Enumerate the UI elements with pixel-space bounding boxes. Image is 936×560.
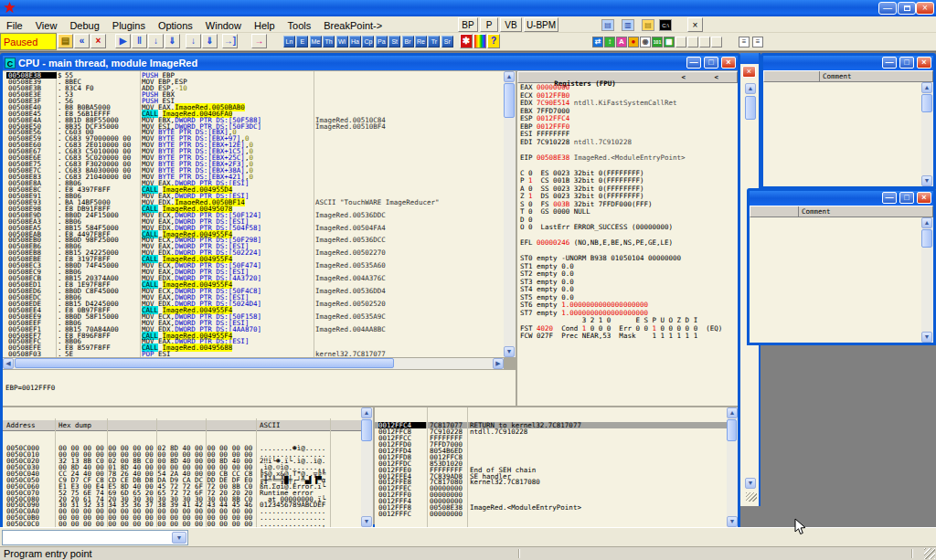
pane-button-sr[interactable]: Sr <box>441 36 453 48</box>
command-combobox[interactable]: ▼ <box>2 530 188 545</box>
pane-button-pa[interactable]: Pa <box>376 36 388 48</box>
registers-nav-left-icon[interactable]: < <box>681 74 686 80</box>
pane-button-cp[interactable]: Cp <box>362 36 374 48</box>
run-icon[interactable]: ▶ <box>115 34 131 48</box>
maximize-button[interactable]: □ <box>899 192 914 204</box>
cpu-close-button[interactable]: × <box>721 57 736 69</box>
screen-icon[interactable]: ▦ <box>664 37 675 48</box>
comment-window-top-titlebar[interactable]: — □ × <box>763 56 933 70</box>
swap-arrows-icon[interactable]: ⇄ <box>592 37 603 48</box>
plugin-button-u-bpm[interactable]: U-BPM <box>524 17 558 32</box>
registers-nav-right-icon[interactable]: < <box>714 74 718 80</box>
ascii-a-icon[interactable]: A <box>616 37 627 48</box>
record-dot-icon[interactable]: ● <box>628 37 639 48</box>
disasm-row[interactable]: 00508EFE.E8 8597F8FFCALL ImageRed.004956… <box>3 344 504 351</box>
cpu-window-titlebar[interactable]: C CPU - main thread, module ImageRed — □… <box>3 56 738 70</box>
pane-button-me[interactable]: Me <box>310 36 322 48</box>
breakpoint-list-icon[interactable]: ≡ <box>739 37 750 48</box>
plugin-button-p[interactable]: P <box>480 17 498 32</box>
pane-button-br[interactable]: Br <box>402 36 414 48</box>
disassembly-hscrollbar[interactable]: ◀ ▶ <box>3 358 504 369</box>
watch-list-icon[interactable]: ≡ <box>752 37 763 48</box>
spiral-icon[interactable]: ◉ <box>640 37 651 48</box>
disassembly-vscrollbar[interactable]: ▲ ▼ <box>504 71 516 357</box>
pane-button-ln[interactable]: Ln <box>283 36 295 48</box>
close-button[interactable]: × <box>917 57 931 69</box>
help-icon[interactable]: ? <box>487 34 500 48</box>
appearance-icon[interactable] <box>473 34 486 48</box>
stack-pane[interactable]: 0012FFC47C817077RETURN to kernel32.7C817… <box>375 407 727 527</box>
vscrollbar[interactable]: ▲ ▼ <box>921 82 933 186</box>
menu-item-view[interactable]: View <box>29 18 64 34</box>
pane-button-th[interactable]: Th <box>323 36 335 48</box>
pane-button-wi[interactable]: Wi <box>336 36 348 48</box>
pause-icon[interactable]: ‖ <box>132 34 147 48</box>
minimize-button[interactable]: — <box>882 57 897 69</box>
plugin-button-vb[interactable]: VB <box>500 17 522 32</box>
registers-pane[interactable]: Registers (FPU) < < EAX 00000000ECX 0012… <box>517 71 738 406</box>
disasm-row[interactable]: 00508E3B.83C4 F0ADD ESP,-10 <box>3 85 504 91</box>
execute-till-return-icon[interactable]: →] <box>222 34 238 48</box>
notes-icon[interactable]: ▥ <box>622 19 634 31</box>
pane-button-e[interactable]: E <box>296 36 308 48</box>
up-down-icon[interactable]: ↕ <box>604 37 615 48</box>
open-folder-icon[interactable]: ▤ <box>642 19 654 31</box>
close-child-button[interactable]: × <box>687 17 703 32</box>
comment-window-bottom-titlebar[interactable]: — □ × <box>750 191 933 206</box>
disassembly-pane[interactable]: 00508E38$55PUSH EBP00508E39.8BECMOV EBP,… <box>3 71 504 357</box>
close-button[interactable]: × <box>917 192 931 204</box>
stack-vscrollbar[interactable]: ▲ ▼ <box>727 407 738 527</box>
disasm-row[interactable]: 00508E3E.53PUSH EBX <box>3 91 504 98</box>
comment-window-top-content[interactable] <box>763 82 921 186</box>
menu-item-help[interactable]: Help <box>248 18 282 34</box>
window-resize-grip[interactable] <box>924 548 935 559</box>
menu-item-tools[interactable]: Tools <box>282 18 318 34</box>
menu-item-options[interactable]: Options <box>152 18 199 34</box>
menu-item-window[interactable]: Window <box>199 18 248 34</box>
pane-button-tr[interactable]: Tr <box>428 36 440 48</box>
combobox-dropdown-icon[interactable]: ▼ <box>172 532 186 544</box>
pane-button-re[interactable]: Re <box>415 36 427 48</box>
disasm-row[interactable]: 00508F03.5EPOP ESIkernel32.7C817077 <box>3 351 504 357</box>
maximize-button[interactable]: □ <box>899 57 914 69</box>
dump-pane[interactable]: Address Hex dump ASCII 0050C00000 00 00 … <box>3 407 361 527</box>
resize-grip[interactable] <box>746 492 757 502</box>
minimize-button[interactable]: — <box>878 2 897 15</box>
info-pane[interactable]: EBP=0012FFF0 <box>3 370 516 406</box>
options-gear-icon[interactable]: ✱ <box>460 34 473 48</box>
disabled-toolbar-button <box>675 37 686 48</box>
minimize-button[interactable]: — <box>882 192 897 204</box>
comment-window-bottom-content[interactable] <box>750 217 921 343</box>
menu-item-file[interactable]: File <box>0 18 29 34</box>
menu-item-breakpoint[interactable]: BreakPoint-> <box>317 18 388 34</box>
open-file-icon[interactable]: ▤ <box>58 34 73 48</box>
cpu-minimize-button[interactable]: — <box>686 57 701 69</box>
step-into-icon[interactable]: ↓ <box>148 34 164 48</box>
registers-header: Registers (FPU) < < <box>517 71 738 83</box>
pane-button-st[interactable]: St <box>388 36 400 48</box>
vscrollbar[interactable]: ▲ ▼ <box>921 217 933 343</box>
log-window-icon[interactable]: ▤ <box>601 19 614 31</box>
cpu-maximize-button[interactable]: □ <box>704 57 718 69</box>
scroll-thumb[interactable] <box>745 96 756 120</box>
app-title-bar[interactable]: — × <box>0 0 936 16</box>
menu-item-plugins[interactable]: Plugins <box>106 18 152 34</box>
scroll-up-arrow[interactable]: ▲ <box>745 83 756 94</box>
plugin-button-bp[interactable]: BP <box>458 17 478 32</box>
step-over-icon[interactable]: ⇓ <box>165 34 180 48</box>
pane-button-ha[interactable]: Ha <box>349 36 361 48</box>
go-to-address-icon[interactable]: → <box>251 34 267 48</box>
animate-into-icon[interactable]: ↓ <box>186 34 201 48</box>
close-program-icon[interactable]: × <box>90 34 106 48</box>
keyboard-101-icon[interactable]: 101 <box>652 37 663 48</box>
background-window-close-button[interactable]: × <box>742 66 756 78</box>
restart-icon[interactable]: « <box>74 34 90 48</box>
menu-items: FileViewDebugPluginsOptionsWindowHelpToo… <box>0 16 388 32</box>
console-icon[interactable]: C:\ <box>659 19 672 31</box>
dump-vscrollbar[interactable]: ▲ ▼ <box>361 407 373 527</box>
close-button[interactable]: × <box>916 2 934 15</box>
scroll-down-arrow[interactable]: ▼ <box>745 478 756 489</box>
menu-item-debug[interactable]: Debug <box>63 18 105 34</box>
animate-over-icon[interactable]: ⇓ <box>202 34 218 48</box>
restore-button[interactable] <box>898 2 916 15</box>
